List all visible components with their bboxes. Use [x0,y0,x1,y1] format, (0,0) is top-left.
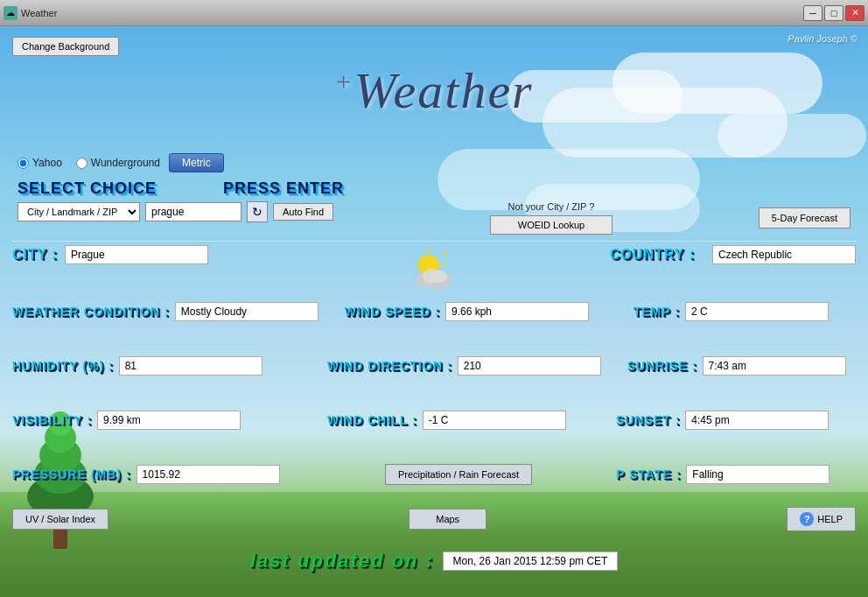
yahoo-radio-item[interactable]: Yahoo [18,157,62,169]
sunrise-label: SUNRISE : [627,359,697,373]
partition-line [12,241,856,242]
data-grid: WEATHER CONDITION : WIND SPEED : TEMP : … [0,284,868,502]
sunset-value-input[interactable] [685,411,829,430]
country-value-input[interactable] [712,245,856,264]
window-title: Weather [21,8,57,18]
refresh-button[interactable]: ↻ [247,201,268,222]
yahoo-radio[interactable] [18,158,29,169]
press-enter-label: PRESS ENTER [223,179,344,198]
sunrise-col: SUNRISE : [627,356,856,376]
woeid-area: Not your City / ZIP ? WOEID Lookup [490,201,612,235]
search-input-row: City / Landmark / ZIP ↻ Auto Find [18,201,333,222]
maps-button[interactable]: Maps [409,509,486,530]
wind-speed-col: WIND SPEED : [345,302,607,321]
temp-col: TEMP : [634,302,856,321]
condition-value-input[interactable] [175,302,318,321]
sunset-label: SUNSET : [616,413,680,427]
sunrise-value-input[interactable] [703,356,846,376]
five-day-forecast-button[interactable]: 5-Day Forecast [759,207,850,228]
wind-chill-label: WIND CHILL : [327,413,417,427]
pstate-label: P STATE : [616,467,681,481]
app-title: +Weather [0,61,868,120]
humidity-value-input[interactable] [119,356,262,376]
humidity-col: HUMIDITY (%) : [12,356,301,376]
data-row-2: HUMIDITY (%) : WIND DIRECTION : SUNRISE … [12,339,856,393]
data-row-4: PRESSURE (MB) : Precipitation / Rain For… [12,447,856,502]
wunderground-radio[interactable] [76,158,88,169]
last-updated-bar: last updated on : [0,550,868,572]
change-background-button[interactable]: Change Background [12,37,119,56]
maximize-button[interactable]: □ [824,5,844,21]
window-controls: ─ □ ✕ [803,5,864,21]
metric-button[interactable]: Metric [169,153,224,172]
pstate-col: P STATE : [616,465,856,484]
bottom-button-bar: UV / Solar Index Maps ? HELP [0,507,868,531]
uv-solar-button[interactable]: UV / Solar Index [12,509,108,530]
wind-speed-value-input[interactable] [445,302,589,321]
condition-col: WEATHER CONDITION : [12,302,318,321]
country-field-label: COUNTRY : [610,247,695,263]
wunderground-radio-item[interactable]: Wunderground [76,157,160,169]
temp-label: TEMP : [634,305,680,319]
minimize-button[interactable]: ─ [803,5,822,21]
sunset-col: SUNSET : [616,411,856,430]
city-field-label: CITY : [12,247,58,263]
precipitation-button[interactable]: Precipitation / Rain Forecast [385,464,532,485]
location-type-dropdown[interactable]: City / Landmark / ZIP [18,202,140,221]
last-updated-label: last updated on : [250,550,434,572]
close-button[interactable]: ✕ [845,5,864,21]
city-search-input[interactable] [145,202,242,221]
woeid-lookup-button[interactable]: WOEID Lookup [490,215,612,235]
app-icon: ☁ [4,6,18,20]
cloud-decoration-4 [718,114,866,158]
auto-find-button[interactable]: Auto Find [273,203,333,221]
select-choice-label: SELECT CHOICE [18,179,157,198]
city-value-input[interactable] [65,245,208,264]
title-bar: ☁ Weather ─ □ ✕ [0,0,868,26]
pressure-col: PRESSURE (MB) : [12,465,301,484]
visibility-value-input[interactable] [97,411,241,430]
title-plus-icon: + [334,67,354,95]
wunderground-label: Wunderground [91,157,160,169]
precip-btn-col: Precipitation / Rain Forecast [327,464,590,485]
controls-panel: Yahoo Wunderground Metric [18,153,224,172]
pressure-label: PRESSURE (MB) : [12,467,131,481]
data-row-1: WEATHER CONDITION : WIND SPEED : TEMP : [12,284,856,339]
visibility-label: VISIBILITY : [12,413,92,427]
wind-direction-col: WIND DIRECTION : [327,356,601,376]
wind-chill-value-input[interactable] [423,411,566,430]
wind-direction-value-input[interactable] [458,356,601,376]
main-area: Pavlin Joseph © Change Background +Weath… [0,26,868,597]
svg-point-7 [431,270,447,283]
copyright-text: Pavlin Joseph © [788,33,858,44]
wind-direction-label: WIND DIRECTION : [327,359,452,373]
last-updated-value-input[interactable] [443,551,618,571]
svg-line-2 [443,252,446,256]
visibility-col: VISIBILITY : [12,411,301,430]
refresh-icon: ↻ [252,205,262,219]
wind-chill-col: WIND CHILL : [327,411,590,430]
pressure-value-input[interactable] [136,465,280,484]
wind-speed-label: WIND SPEED : [345,305,440,319]
header-labels-row: SELECT CHOICE PRESS ENTER [18,179,344,198]
help-button[interactable]: ? HELP [787,507,856,531]
pstate-value-input[interactable] [686,465,830,484]
temp-value-input[interactable] [685,302,829,321]
help-label: HELP [817,514,843,524]
data-row-3: VISIBILITY : WIND CHILL : SUNSET : [12,393,856,447]
humidity-label: HUMIDITY (%) : [12,359,114,373]
source-radio-group: Yahoo Wunderground [18,157,160,169]
not-your-city-label: Not your City / ZIP ? [508,201,595,212]
condition-label: WEATHER CONDITION : [12,305,170,319]
help-icon: ? [800,512,814,526]
yahoo-label: Yahoo [32,157,62,169]
